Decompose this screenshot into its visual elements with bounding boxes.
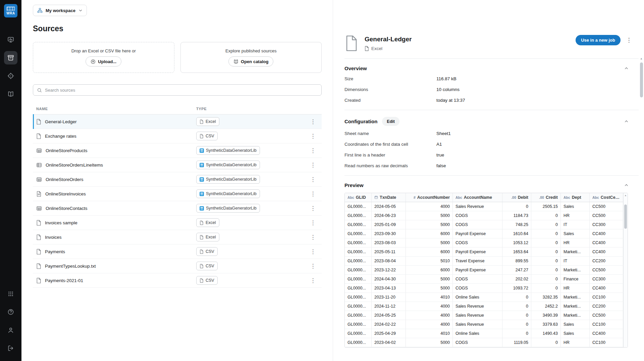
preview-cell: Sales Revenue — [453, 311, 502, 320]
row-menu-button[interactable]: ⋮ — [308, 218, 318, 227]
row-menu-button[interactable]: ⋮ — [308, 261, 318, 271]
source-name-cell: PaymentTypesLookup.txt — [33, 263, 196, 269]
column-header-name[interactable]: NAME — [33, 107, 196, 111]
source-row[interactable]: OnlineStoreOrders SyntheticDataGenerator… — [33, 172, 322, 187]
source-type-cell: CSV — [196, 132, 308, 140]
preview-cell: Sales Revenue — [453, 302, 502, 311]
row-menu-button[interactable]: ⋮ — [308, 232, 318, 242]
row-menu-button[interactable]: ⋮ — [308, 175, 318, 184]
preview-column-header[interactable]: AbcCostCenter — [590, 193, 623, 202]
workspace-switcher[interactable]: My workspace — [33, 5, 87, 16]
preview-cell: 6000 — [406, 266, 453, 274]
detail-header: General-Ledger Excel Use in a new job ⋮ — [344, 35, 639, 52]
edit-configuration-button[interactable]: Edit — [382, 117, 399, 126]
chevron-up-icon[interactable] — [624, 66, 629, 71]
preview-column-header[interactable]: AbcGLID — [345, 193, 372, 202]
preview-column-header[interactable]: TxnDate — [372, 193, 406, 202]
tracker-icon — [7, 73, 14, 79]
logout-icon — [7, 345, 14, 352]
source-row[interactable]: PaymentTypesLookup.txt CSV ⋮ — [33, 259, 322, 273]
sidebar-item-apps-grid[interactable] — [4, 287, 17, 301]
field-label: First line is a header — [344, 152, 436, 158]
badge-label: Excel — [206, 235, 216, 239]
detail-menu-button[interactable]: ⋮ — [624, 35, 634, 45]
sidebar-item-library[interactable] — [4, 87, 17, 101]
preview-column-header[interactable]: #AccountNumber — [406, 193, 453, 202]
preview-column-header[interactable]: .00Credit — [531, 193, 561, 202]
source-row[interactable]: Invoices sample Excel ⋮ — [33, 216, 322, 230]
sidebar-item-sources[interactable] — [4, 51, 17, 64]
source-row[interactable]: Invoices Excel ⋮ — [33, 230, 322, 244]
sidebar-item-account[interactable] — [4, 323, 17, 337]
preview-cell: 1093.72 — [502, 284, 531, 292]
source-name: Invoices sample — [45, 220, 77, 225]
panel-scrollbar-thumb[interactable] — [640, 62, 643, 97]
field-value: A1 — [436, 142, 639, 147]
source-row[interactable]: OnlineStoreOrdersLineItems SyntheticData… — [33, 158, 322, 172]
row-menu-button[interactable]: ⋮ — [308, 276, 318, 285]
row-menu-button[interactable]: ⋮ — [308, 247, 318, 256]
lib-badge-icon — [200, 163, 204, 167]
preview-cell: 2023-08-03 — [372, 238, 406, 247]
source-row[interactable]: OnlineStoreInvoices SyntheticDataGenerat… — [33, 187, 322, 201]
preview-cell: 3490.39 — [531, 311, 561, 320]
preview-cell: 1653.64 — [502, 247, 531, 256]
field-value: 10 columns — [436, 87, 639, 92]
preview-column-header[interactable]: .00Debit — [502, 193, 531, 202]
sources-table: NAME TYPE General-Ledger Excel ⋮ Exchang… — [33, 103, 322, 288]
file-dropzone[interactable]: Drop an Excel or CSV file here or Upload… — [33, 42, 174, 73]
source-row[interactable]: OnlineStoreProducts SyntheticDataGenerat… — [33, 143, 322, 158]
preview-column-label: Debit — [518, 195, 528, 200]
upload-button[interactable]: Upload... — [86, 56, 121, 66]
source-name: Payments-2021-01 — [45, 278, 83, 283]
sidebar-item-tracker[interactable] — [4, 69, 17, 83]
row-menu-button[interactable]: ⋮ — [308, 146, 318, 155]
preview-cell: 0 — [531, 220, 561, 229]
panel-scroll-up-arrow-icon[interactable]: ▲ — [640, 57, 643, 60]
preview-cell: 0 — [531, 238, 561, 247]
search-input[interactable] — [45, 88, 318, 93]
sidebar-item-logout[interactable] — [4, 342, 17, 355]
preview-cell: CC400 — [590, 238, 623, 247]
preview-scrollbar[interactable]: ▲ — [623, 193, 628, 347]
column-header-type[interactable]: TYPE — [196, 107, 308, 111]
chevron-up-icon[interactable] — [624, 183, 629, 187]
preview-column-header[interactable]: AbcAccountName — [453, 193, 502, 202]
chevron-up-icon[interactable] — [624, 119, 629, 124]
detail-header-text: General-Ledger Excel — [365, 35, 412, 51]
dropzone-text: Drop an Excel or CSV file here or — [71, 48, 136, 53]
rail-top-nav — [4, 33, 17, 101]
source-row[interactable]: OnlineStoreContacts SyntheticDataGenerat… — [33, 201, 322, 216]
logo-text: WRA — [6, 12, 15, 15]
source-type-cell: SyntheticDataGeneratorLib — [196, 189, 308, 198]
overview-section-header: Overview — [344, 65, 639, 71]
open-catalog-button[interactable]: Open catalog — [228, 56, 273, 66]
source-row[interactable]: Exchange rates CSV ⋮ — [33, 129, 322, 143]
source-name: Payments — [45, 249, 65, 254]
source-name: OnlineStoreOrders — [46, 177, 84, 182]
source-name-cell: OnlineStoreContacts — [33, 206, 196, 211]
source-row[interactable]: Payments CSV ⋮ — [33, 244, 322, 259]
row-menu-button[interactable]: ⋮ — [308, 117, 318, 126]
row-menu-button[interactable]: ⋮ — [308, 204, 318, 213]
preview-column-header[interactable]: AbcDept — [561, 193, 590, 202]
source-row[interactable]: General-Ledger Excel ⋮ — [33, 115, 322, 129]
row-menu-button[interactable]: ⋮ — [308, 131, 318, 141]
file-icon — [36, 119, 41, 125]
sidebar-item-jobs[interactable] — [4, 33, 17, 46]
sidebar-item-help[interactable] — [4, 305, 17, 319]
row-menu-button[interactable]: ⋮ — [308, 189, 318, 198]
preview-row: GL0000...2025-05-116000Payroll Expense16… — [345, 247, 623, 257]
preview-cell: 247.27 — [502, 266, 531, 274]
source-type-cell: Excel — [196, 233, 308, 241]
preview-row: GL0000...2023-08-045010Travel Expense899… — [345, 257, 623, 266]
row-menu-button[interactable]: ⋮ — [308, 160, 318, 170]
source-row[interactable]: Payments-2021-01 CSV ⋮ — [33, 273, 322, 288]
preview-cell: 2023-12-22 — [372, 266, 406, 274]
scroll-up-arrow-icon[interactable]: ▲ — [624, 194, 628, 196]
preview-cell: Marketi... — [561, 311, 590, 320]
use-in-new-job-button[interactable]: Use in a new job — [576, 35, 621, 45]
search-box[interactable] — [33, 84, 322, 96]
preview-scrollbar-thumb[interactable] — [624, 205, 627, 229]
app-logo[interactable]: WRA — [4, 4, 17, 17]
